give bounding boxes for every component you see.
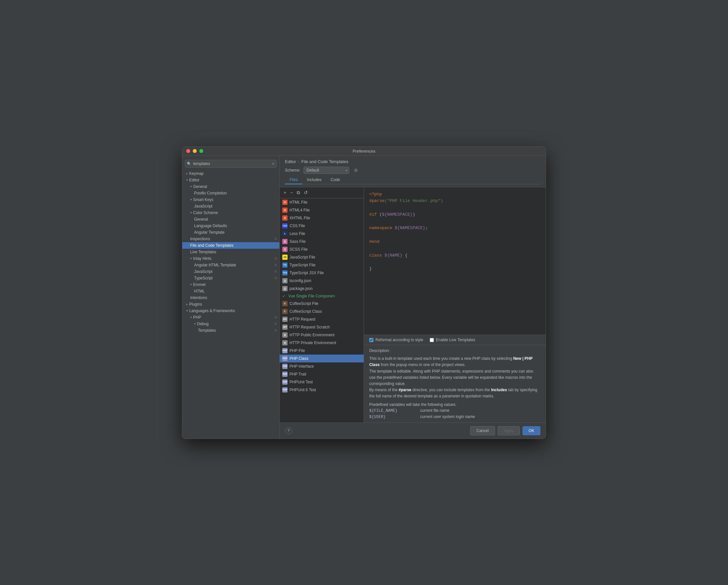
list-item[interactable]: JS JavaScript File xyxy=(280,253,364,261)
sidebar-item-live-templates[interactable]: Live Templates xyxy=(182,249,279,255)
apply-button[interactable]: Apply xyxy=(498,426,520,435)
coffee-class-label: CoffeeScript Class xyxy=(289,309,322,314)
list-item[interactable]: CSS CSS File xyxy=(280,222,364,230)
list-item[interactable]: PHP PHPUnit 6 Test xyxy=(280,386,364,394)
sidebar-item-plugins[interactable]: Plugins xyxy=(182,301,279,308)
html4-file-icon: H xyxy=(282,207,288,213)
sidebar: 🔍 ✕ Keymap Editor General Postfix C xyxy=(182,156,280,439)
list-item[interactable]: C CoffeeScript File xyxy=(280,300,364,308)
sidebar-item-general[interactable]: General xyxy=(182,183,279,190)
php-trait-icon: PHP xyxy=(282,372,288,377)
sidebar-item-smart-keys-label: Smart Keys xyxy=(193,197,213,202)
list-item[interactable]: C CoffeeScript Class xyxy=(280,308,364,315)
add-template-button[interactable]: + xyxy=(282,189,288,196)
search-clear-icon[interactable]: ✕ xyxy=(272,161,275,166)
sidebar-item-postfix[interactable]: Postfix Completion xyxy=(182,190,279,197)
vue-label: Vue Single File Componen xyxy=(288,294,335,298)
sass-file-label: Sass File xyxy=(289,239,306,244)
vue-check-icon: ✓ xyxy=(282,294,286,298)
list-item[interactable]: ✓ Vue Single File Componen xyxy=(280,292,364,300)
help-button[interactable]: ? xyxy=(285,427,292,434)
list-item[interactable]: PHP PHP Class xyxy=(280,355,364,362)
live-templates-checkbox[interactable] xyxy=(430,338,434,342)
maximize-button[interactable] xyxy=(199,149,203,153)
list-item[interactable]: API HTTP Request Scratch xyxy=(280,323,364,331)
editor-area: <?php #parse("PHP File Header.php") #if … xyxy=(364,187,546,423)
ok-button[interactable]: OK xyxy=(522,426,541,435)
sidebar-item-templates[interactable]: Templates ⧉ xyxy=(182,327,279,334)
sidebar-item-live-templates-label: Live Templates xyxy=(190,250,216,254)
breadcrumb: Editor › File and Code Templates xyxy=(285,159,541,164)
list-item[interactable]: TSX TypeScript JSX File xyxy=(280,269,364,277)
template-list: + − ⧉ ↺ H HTML File H xyxy=(280,187,364,423)
list-item[interactable]: {} tsconfig.json xyxy=(280,277,364,285)
list-item[interactable]: PHP PHP Trait xyxy=(280,370,364,378)
sidebar-item-cs-general[interactable]: General xyxy=(182,216,279,223)
live-templates-checkbox-row[interactable]: Enable Live Templates xyxy=(430,338,475,342)
code-line-10: class ${NAME} { xyxy=(369,252,541,259)
php-trait-label: PHP Trait xyxy=(289,372,306,377)
sidebar-item-php[interactable]: PHP ⧉ xyxy=(182,314,279,321)
sidebar-item-javascript[interactable]: JavaScript xyxy=(182,203,279,209)
list-item[interactable]: H HTML4 File xyxy=(280,206,364,214)
list-item[interactable]: S SCSS File xyxy=(280,246,364,253)
package-json-icon: {} xyxy=(282,286,288,291)
http-private-icon: ● xyxy=(282,340,288,346)
sidebar-item-keymap[interactable]: Keymap xyxy=(182,170,279,177)
tab-includes[interactable]: Includes xyxy=(302,176,326,184)
tab-files[interactable]: Files xyxy=(285,176,302,184)
sidebar-item-inlay-js-label: JavaScript xyxy=(194,269,212,274)
sidebar-item-intentions[interactable]: Intentions xyxy=(182,295,279,301)
var-row-filename: ${FILE_NAME} current file name xyxy=(369,408,541,413)
remove-template-button[interactable]: − xyxy=(289,189,294,196)
list-item[interactable]: H HTML File xyxy=(280,198,364,206)
sidebar-item-lang-defaults[interactable]: Language Defaults xyxy=(182,223,279,229)
sidebar-item-debug[interactable]: Debug ⧉ xyxy=(182,321,279,327)
sidebar-item-typescript-label: TypeScript xyxy=(194,276,213,280)
reformat-checkbox[interactable] xyxy=(369,338,373,342)
search-box: 🔍 ✕ xyxy=(185,160,277,168)
sidebar-item-typescript[interactable]: TypeScript ⧉ xyxy=(182,275,279,281)
list-item[interactable]: L Less File xyxy=(280,230,364,237)
sidebar-item-editor-label: Editor xyxy=(189,178,199,182)
sidebar-item-html[interactable]: HTML xyxy=(182,288,279,295)
list-item[interactable]: ● HTTP Private Environment xyxy=(280,339,364,347)
scheme-select[interactable]: Default xyxy=(304,167,349,174)
list-item[interactable]: PHP PHPUnit Test xyxy=(280,378,364,386)
cancel-button[interactable]: Cancel xyxy=(470,426,495,435)
sidebar-item-inlay-hints[interactable]: Inlay Hints ⧉ xyxy=(182,255,279,262)
list-item[interactable]: X XHTML File xyxy=(280,214,364,222)
sidebar-item-languages-frameworks-label: Languages & Frameworks xyxy=(189,308,235,313)
minimize-button[interactable] xyxy=(193,149,197,153)
list-item[interactable]: S Sass File xyxy=(280,237,364,246)
code-editor[interactable]: <?php #parse("PHP File Header.php") #if … xyxy=(364,187,546,335)
copy-template-button[interactable]: ⧉ xyxy=(295,189,301,196)
tab-code[interactable]: Code xyxy=(326,176,345,184)
sidebar-item-angular-template[interactable]: Angular Template xyxy=(182,229,279,236)
list-item[interactable]: {} package.json xyxy=(280,285,364,292)
code-line-2: #parse("PHP File Header.php") xyxy=(369,198,541,205)
main-content: 🔍 ✕ Keymap Editor General Postfix C xyxy=(182,156,546,439)
sidebar-item-angular-html[interactable]: Angular HTML Template ⧉ xyxy=(182,262,279,268)
sidebar-item-editor[interactable]: Editor xyxy=(182,177,279,183)
search-input[interactable] xyxy=(185,160,277,168)
list-item[interactable]: PHP PHP File xyxy=(280,347,364,355)
sidebar-item-emmet[interactable]: Emmet xyxy=(182,281,279,288)
sidebar-item-inlay-js[interactable]: JavaScript ⧉ xyxy=(182,268,279,275)
ts-file-icon: TS xyxy=(282,262,288,268)
reset-template-button[interactable]: ↺ xyxy=(303,189,309,196)
code-line-6: namespace ${NAMESPACE}; xyxy=(369,225,541,232)
list-item[interactable]: API HTTP Request xyxy=(280,315,364,323)
list-item[interactable]: TS TypeScript File xyxy=(280,261,364,269)
list-item[interactable]: PHP PHP Interface xyxy=(280,362,364,370)
sidebar-item-inspections[interactable]: Inspections ⧉ xyxy=(182,236,279,242)
http-request-icon: API xyxy=(282,317,288,322)
reformat-checkbox-row[interactable]: Reformat according to style xyxy=(369,338,423,342)
sidebar-item-smart-keys[interactable]: Smart Keys xyxy=(182,197,279,203)
sidebar-item-color-scheme[interactable]: Color Scheme xyxy=(182,209,279,216)
list-item[interactable]: ● HTTP Public Environment xyxy=(280,331,364,339)
sidebar-item-languages-frameworks[interactable]: Languages & Frameworks xyxy=(182,308,279,314)
scheme-gear-button[interactable]: ⚙ xyxy=(353,167,359,174)
sidebar-item-file-code-templates[interactable]: File and Code Templates ⧉ xyxy=(182,242,279,249)
close-button[interactable] xyxy=(186,149,190,153)
